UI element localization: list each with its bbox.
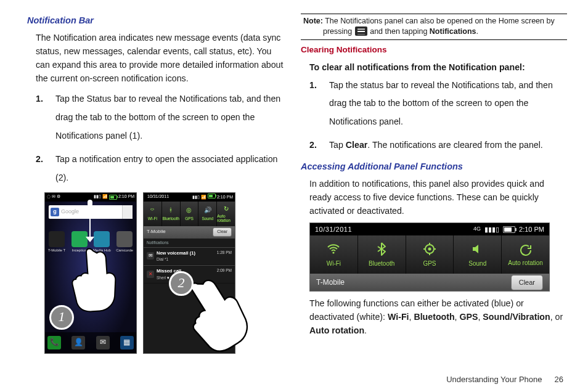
app-mediahub: Media Hub xyxy=(92,231,111,253)
heading-notification-bar: Notification Bar xyxy=(27,14,287,27)
carrier-label: T-Mobile xyxy=(147,228,166,235)
quick-autorotate: Auto rotation xyxy=(502,235,549,274)
network-icon: 📶 xyxy=(201,195,206,199)
quick-gps: GPS xyxy=(406,235,454,274)
step-2: 2. Tap Clear. The notifications are clea… xyxy=(309,136,567,155)
dock: 📞 👤 ✉ ▦ xyxy=(45,332,136,353)
signal-icon: ▮▮▯ xyxy=(192,195,200,199)
signal-icon: ▮▮▯ xyxy=(94,194,101,200)
menu-key-icon xyxy=(355,27,367,36)
step-text: Tap a notification entry to open the ass… xyxy=(55,150,287,187)
google-badge: g xyxy=(51,208,59,216)
signal-4g-icon: 4G xyxy=(473,225,481,234)
battery-icon xyxy=(208,194,216,198)
signal-icon: ▮▮▮▯ xyxy=(484,224,499,235)
heading-accessing-panel-functions: Accessing Additional Panel Functions xyxy=(301,160,567,173)
search-bar: g Google xyxy=(49,205,133,219)
quick-sound: 🔊Sound xyxy=(198,202,217,226)
missed-call-icon: ✕ xyxy=(147,271,154,278)
bluetooth-icon xyxy=(374,242,389,256)
quick-settings-row: ⌔Wi-Fi ᚼBluetooth ◎GPS 🔊Sound ↻Auto rota… xyxy=(144,202,235,226)
quick-settings-row: Wi-Fi Bluetooth GPS Sound xyxy=(310,235,549,274)
gps-icon xyxy=(422,242,437,256)
callout-2: 2 xyxy=(169,271,194,296)
step-number: 1. xyxy=(309,76,329,95)
autorotate-icon: ↻ xyxy=(222,205,231,213)
network-icon: 📶 xyxy=(102,194,108,200)
quick-autorotate: ↻Auto rotation xyxy=(217,202,235,226)
bluetooth-icon: ᚼ xyxy=(166,206,175,214)
step-1: 1. Tap the Status bar to reveal the Noti… xyxy=(36,90,287,145)
phone-notification-panel: 10/31/2011 ▮▮▯ 📶 2:10 PM ⌔Wi-Fi ᚼBluetoo… xyxy=(143,192,235,354)
notification-bar-intro: The Notification area indicates new mess… xyxy=(36,31,287,85)
sound-icon: 🔊 xyxy=(203,206,212,214)
quick-wifi: Wi-Fi xyxy=(310,235,358,274)
wifi-icon xyxy=(326,242,341,256)
carrier-row: T-Mobile Clear xyxy=(144,226,235,239)
status-bar: 10/31/2011 ▮▮▯ 📶 2:10 PM xyxy=(144,193,235,202)
status-time: 2:10 PM xyxy=(118,194,134,200)
phones-illustration: ◌ ✉ ⚙ ▮▮▯ 📶 2:10 PM g Google T-Mobile T xyxy=(44,192,287,354)
dock-apps-icon: ▦ xyxy=(120,336,134,349)
step-number: 1. xyxy=(36,90,55,108)
panel-functions-figure: 10/31/2011 4G ▮▮▮▯ 2:10 PM Wi-Fi xyxy=(309,223,550,292)
page-number: 26 xyxy=(555,374,563,386)
quick-bluetooth: Bluetooth xyxy=(358,235,406,274)
step-number: 2. xyxy=(36,150,55,169)
quick-bluetooth: ᚼBluetooth xyxy=(162,202,181,226)
notification-bar-steps: 1. Tap the Status bar to reveal the Noti… xyxy=(36,90,287,187)
panel-functions-tail: The following functions can either be ac… xyxy=(309,296,567,337)
note-box: Note: The Notifications panel can also b… xyxy=(301,14,567,40)
status-left-icons: ◌ ✉ ⚙ xyxy=(47,194,60,200)
svg-point-2 xyxy=(428,247,431,250)
step-text: Tap the status bar to reveal the Notific… xyxy=(329,76,567,131)
status-date: 10/31/2011 xyxy=(315,224,352,235)
app-tmobile: T-Mobile T xyxy=(47,231,66,253)
note-bold: Notifications xyxy=(430,27,476,36)
app-inception: Inception xyxy=(70,231,89,253)
carrier-label: T-Mobile xyxy=(316,277,345,288)
notif-voicemail: ✉ New voicemail (1) Dial *1 1:28 PM xyxy=(144,247,235,266)
notif-title: New voicemail (1) xyxy=(157,250,214,257)
battery-icon xyxy=(503,226,515,233)
clearing-steps: 1. Tap the status bar to reveal the Noti… xyxy=(309,76,567,155)
gps-icon: ◎ xyxy=(185,206,194,214)
step-number: 2. xyxy=(309,136,329,155)
access-body: In addition to notifications, this panel… xyxy=(309,177,567,218)
step-2: 2. Tap a notification entry to open the … xyxy=(36,150,287,187)
status-right-icons: ▮▮▯ 📶 2:10 PM xyxy=(94,194,134,200)
app-camcorder: Camcorde xyxy=(115,231,134,253)
status-right-icons: ▮▮▯ 📶 2:10 PM xyxy=(192,194,233,201)
note-label: Note: xyxy=(303,17,323,25)
dock-messaging-icon: ✉ xyxy=(96,336,110,349)
clear-button: Clear xyxy=(511,275,543,290)
autorotate-icon xyxy=(518,243,533,258)
dock-phone-icon: 📞 xyxy=(47,336,61,349)
quick-sound: Sound xyxy=(454,235,502,274)
carrier-row: T-Mobile Clear xyxy=(310,274,549,291)
quick-wifi: ⌔Wi-Fi xyxy=(144,202,162,226)
notif-time: 1:28 PM xyxy=(217,250,232,256)
wifi-icon: ⌔ xyxy=(148,206,157,214)
status-time: 2:10 PM xyxy=(217,195,233,199)
notif-subtitle: Dial *1 xyxy=(157,256,214,263)
clear-button: Clear xyxy=(213,227,232,237)
step-text: Tap Clear. The notifications are cleared… xyxy=(329,136,567,155)
battery-icon xyxy=(109,195,117,200)
drag-arrow xyxy=(89,202,91,241)
heading-clearing-notifications: Clearing Notifications xyxy=(301,44,567,57)
status-date: 10/31/2011 xyxy=(145,194,169,200)
dock-contacts-icon: 👤 xyxy=(71,336,85,349)
page-footer: Understanding Your Phone 26 xyxy=(446,374,563,386)
mic-icon xyxy=(122,205,133,219)
footer-section: Understanding Your Phone xyxy=(446,374,542,386)
status-bar: 10/31/2011 4G ▮▮▮▯ 2:10 PM xyxy=(310,223,549,235)
quick-gps: ◎GPS xyxy=(181,202,199,226)
sound-icon xyxy=(470,242,485,256)
status-time: 2:10 PM xyxy=(519,224,544,235)
svg-point-0 xyxy=(333,251,335,253)
app-row: T-Mobile T Inception Media Hub Camcorde xyxy=(47,231,134,253)
note-text: and then tapping xyxy=(368,27,430,36)
step-text: Tap the Status bar to reveal the Notific… xyxy=(55,90,287,145)
notifications-header: Notifications xyxy=(144,239,235,247)
